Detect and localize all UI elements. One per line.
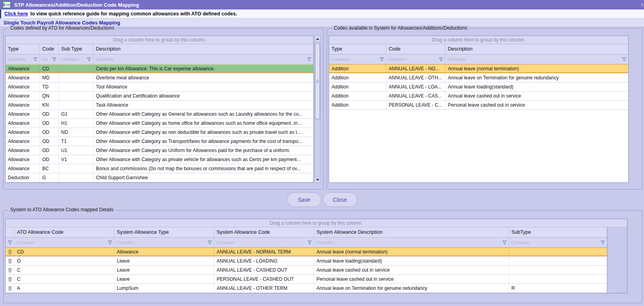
table-cell: Annual leave cashed out in service: [314, 266, 509, 274]
column-header-empty: [6, 227, 15, 237]
filter-input[interactable]: Contains:: [447, 57, 467, 62]
trash-icon[interactable]: [8, 268, 12, 273]
table-cell: [509, 257, 607, 265]
table-row[interactable]: AllowanceQNQualification and Certificati…: [6, 92, 313, 101]
trash-icon[interactable]: [8, 286, 12, 291]
filter-cell: Contains:: [6, 54, 40, 64]
filter-input[interactable]: Contains:: [331, 57, 350, 62]
filter-input[interactable]: Contains:: [116, 240, 136, 245]
table-row[interactable]: AdditionANNUAL LEAVE - OTH...Annual leav…: [329, 73, 628, 83]
column-header[interactable]: System Allowance Description: [314, 227, 509, 237]
filter-input[interactable]: Contains:: [388, 57, 408, 62]
click-here-link[interactable]: Click here: [4, 11, 28, 17]
delete-cell: [6, 275, 15, 283]
trash-icon[interactable]: [8, 250, 12, 255]
table-row[interactable]: AllowanceCDCents per km Allowance. This …: [6, 64, 313, 73]
column-header[interactable]: System Allowance Code: [214, 227, 314, 237]
table-row[interactable]: AdditionPERSONAL LEAVE - C...Personal le…: [329, 101, 628, 110]
table-cell: A: [15, 284, 114, 293]
filter-input[interactable]: Contains:: [216, 240, 236, 245]
filter-cell: Contains:: [314, 238, 509, 247]
column-header[interactable]: System Allowance Type: [114, 227, 214, 237]
table-row[interactable]: AllowanceMDOvertime meal allowance: [6, 73, 313, 83]
scroll-down-button[interactable]: [315, 176, 320, 182]
table-row[interactable]: AllowanceBCBonus and commissions (Do not…: [6, 164, 313, 173]
vertical-scrollbar[interactable]: [315, 36, 320, 183]
table-row[interactable]: ALumpSumANNUAL LEAVE - OTHER TERMAnnual …: [6, 284, 607, 293]
filter-icon[interactable]: [380, 57, 384, 62]
ato-grid-filter-row: Contains:CoContains:Contains:: [6, 54, 313, 64]
table-row[interactable]: OLeaveANNUAL LEAVE - LOADINGAnnual leave…: [6, 257, 607, 266]
filter-input[interactable]: Contains:: [61, 57, 80, 62]
filter-icon[interactable]: [307, 240, 312, 245]
filter-input[interactable]: Contains:: [316, 240, 335, 245]
filter-icon[interactable]: [622, 57, 626, 62]
filter-icon[interactable]: [87, 57, 91, 62]
column-header[interactable]: Sub Type: [59, 44, 94, 54]
group-by-drop-zone[interactable]: Drag a column here to group by this colu…: [329, 36, 628, 44]
table-row[interactable]: AllowanceODH1Other Allowance with Catego…: [6, 119, 313, 128]
filter-input[interactable]: Contains:: [95, 57, 115, 62]
table-row[interactable]: DeductionGChild Support Garnishee: [6, 173, 313, 182]
filter-icon[interactable]: [502, 240, 507, 245]
column-header[interactable]: Description: [446, 44, 628, 54]
scrollbar-thumb[interactable]: [315, 43, 320, 119]
table-row[interactable]: AllowanceKNTask Allowance: [6, 101, 313, 110]
column-header[interactable]: SubType: [509, 227, 607, 237]
ato-grid-header-row: TypeCodeSub TypeDescription: [6, 44, 313, 54]
filter-icon[interactable]: [307, 57, 311, 62]
group-by-drop-zone[interactable]: Drag a column here to group by this colu…: [6, 36, 313, 44]
table-row[interactable]: AllowanceODNDOther Allowance with Catego…: [6, 128, 313, 137]
filter-icon[interactable]: [108, 240, 112, 245]
table-row[interactable]: AllowanceODG1Other Allowance with Catego…: [6, 110, 313, 119]
table-row[interactable]: AllowanceODU1Other Allowance with Catego…: [6, 146, 313, 155]
table-cell: PERSONAL LEAVE - CASHED OUT: [214, 275, 314, 283]
column-header[interactable]: ATO Allowance Code: [15, 227, 114, 237]
filter-icon[interactable]: [33, 57, 37, 62]
group-by-drop-zone[interactable]: Drag a column here to group by this colu…: [6, 219, 627, 227]
mapped-grid-header-row: ATO Allowance CodeSystem Allowance TypeS…: [6, 227, 607, 238]
chevron-right-icon[interactable]: ›: [641, 0, 643, 8]
table-cell: Annual leave on Termination for genuine …: [446, 73, 628, 82]
filter-icon[interactable]: [208, 240, 212, 245]
table-cell: Leave: [114, 275, 214, 283]
table-row[interactable]: CLeavePERSONAL LEAVE - CASHED OUTPersona…: [6, 275, 607, 284]
save-button[interactable]: Save: [287, 192, 321, 207]
column-header[interactable]: Code: [40, 44, 59, 54]
table-cell: OD: [40, 110, 59, 118]
window-title: STP Allowances/Addition/Deduction Code M…: [14, 2, 139, 8]
table-row[interactable]: AdditionANNUAL LEAVE - NO...Annual leave…: [329, 64, 628, 73]
trash-icon[interactable]: [8, 277, 12, 282]
ato-codes-group-label: Codes defined by ATO for Allowances/Dedu…: [8, 25, 116, 31]
filter-cell: Co: [40, 54, 59, 64]
window-title-bar: OH STP Allowances/Addition/Deduction Cod…: [0, 0, 644, 9]
scroll-up-button[interactable]: [315, 36, 320, 42]
table-cell: ND: [59, 128, 94, 137]
table-row[interactable]: AllowanceODT1Other Allowance with Catego…: [6, 137, 313, 146]
table-row[interactable]: AdditionANNUAL LEAVE - CAS...Annual leav…: [329, 92, 628, 101]
column-header[interactable]: Type: [329, 44, 386, 54]
table-row[interactable]: AllowanceODV1Other Allowance with Catego…: [6, 155, 313, 164]
table-row[interactable]: CLeaveANNUAL LEAVE - CASHED OUTAnnual le…: [6, 266, 607, 275]
column-header[interactable]: Type: [6, 44, 40, 54]
filter-icon[interactable]: [601, 240, 605, 245]
table-cell: Other Allowance with Category as Transpo…: [94, 137, 313, 146]
filter-icon[interactable]: [8, 240, 12, 245]
filter-icon[interactable]: [439, 57, 443, 62]
filter-input[interactable]: Co: [42, 57, 48, 62]
table-row[interactable]: AdditionANNUAL LEAVE - LOA...Annual leav…: [329, 83, 628, 92]
filter-input[interactable]: Contains:: [17, 240, 36, 245]
table-row[interactable]: AllowanceTDTool Allowance: [6, 83, 313, 92]
filter-input[interactable]: Contains:: [7, 57, 27, 62]
column-header[interactable]: Code: [386, 44, 446, 54]
trash-icon[interactable]: [8, 259, 12, 264]
column-header[interactable]: Description: [94, 44, 313, 54]
filter-input[interactable]: Contains:: [511, 240, 530, 245]
close-button[interactable]: Close: [323, 192, 357, 207]
filter-cell: Contains:: [329, 54, 386, 64]
table-row[interactable]: CDAllowanceANNUAL LEAVE - NORMAL TERMAnn…: [6, 248, 607, 257]
filter-icon[interactable]: [52, 57, 56, 62]
table-cell: C: [15, 266, 114, 274]
delete-cell: [6, 284, 15, 293]
table-cell: Allowance: [6, 110, 40, 118]
